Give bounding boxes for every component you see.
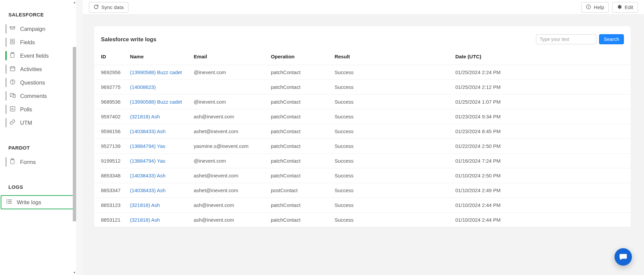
- sync-data-button[interactable]: Sync data: [89, 2, 128, 13]
- cell-date: 01/25/2024 2:24 PM: [450, 65, 631, 80]
- help-label: Help: [594, 4, 604, 10]
- cell-id: 8853348: [94, 168, 125, 183]
- col-operation: Operation: [266, 50, 330, 65]
- row-name-link[interactable]: (14038433) Ash: [130, 187, 165, 193]
- scroll-up-icon[interactable]: ▲: [73, 1, 76, 4]
- row-name-link[interactable]: (14038433) Ash: [130, 128, 165, 134]
- cell-result: Success: [330, 183, 450, 198]
- sidebar-item-questions[interactable]: Questions: [0, 76, 76, 89]
- svg-rect-13: [8, 201, 12, 202]
- cell-name: (13990588) Buzz cadet: [125, 65, 189, 80]
- cell-operation: patchContact: [266, 95, 330, 109]
- sidebar-item-forms[interactable]: Forms: [0, 155, 76, 169]
- cell-operation: patchContact: [266, 168, 330, 183]
- cell-id: 9692956: [94, 65, 125, 80]
- chat-fab[interactable]: [614, 248, 632, 266]
- row-name-link[interactable]: (13884794) Yas: [130, 158, 165, 164]
- col-result: Result: [330, 50, 450, 65]
- col-name: Name: [125, 50, 189, 65]
- help-button[interactable]: ? Help: [581, 2, 609, 13]
- table-row: 8853347(14038433) Ashashet@inevent.compo…: [94, 183, 631, 198]
- sidebar: SALESFORCECampaignFieldsEvent fieldsActi…: [0, 0, 76, 275]
- edit-label: Edit: [625, 4, 633, 10]
- sidebar-item-label: Event fields: [20, 53, 49, 59]
- cell-email: ash@inevent.com: [189, 213, 266, 227]
- cell-email: ash@inevent.com: [189, 109, 266, 124]
- inbox-icon: [9, 26, 16, 32]
- search-button[interactable]: Search: [599, 34, 624, 44]
- sidebar-item-campaign[interactable]: Campaign: [0, 22, 76, 36]
- search-input[interactable]: [536, 34, 596, 44]
- cell-date: 01/25/2024 1:07 PM: [450, 95, 631, 109]
- sidebar-item-utm[interactable]: UTM: [0, 116, 76, 129]
- sidebar-item-activities[interactable]: Activities: [0, 62, 76, 76]
- sidebar-item-label: Questions: [20, 79, 45, 86]
- sync-data-label: Sync data: [101, 4, 124, 10]
- svg-text:?: ?: [588, 5, 589, 8]
- col-date: Date (UTC): [450, 50, 631, 65]
- col-email: Email: [189, 50, 266, 65]
- cell-result: Success: [330, 109, 450, 124]
- sidebar-item-polls[interactable]: Polls: [0, 103, 76, 116]
- cell-date: 01/25/2024 2:12 PM: [450, 80, 631, 95]
- cell-operation: patchContact: [266, 139, 330, 154]
- cell-name: (14038433) Ash: [125, 124, 189, 139]
- cell-date: 01/10/2024 2:50 PM: [450, 168, 631, 183]
- cell-date: 01/23/2024 9:34 PM: [450, 109, 631, 124]
- sidebar-item-comments[interactable]: Comments: [0, 89, 76, 103]
- cell-id: 9596156: [94, 124, 125, 139]
- cell-result: Success: [330, 124, 450, 139]
- scroll-down-icon[interactable]: ▼: [73, 271, 76, 274]
- cell-email: @inevent.com: [189, 65, 266, 80]
- row-name-link[interactable]: (13884794) Yas: [130, 143, 165, 149]
- logs-table: ID Name Email Operation Result Date (UTC…: [94, 50, 631, 227]
- sidebar-item-label: Campaign: [20, 26, 45, 32]
- cell-id: 8853123: [94, 198, 125, 213]
- table-row: 9689536(13990588) Buzz cadet@inevent.com…: [94, 95, 631, 109]
- edit-button[interactable]: Edit: [612, 2, 638, 13]
- topbar: Sync data ? Help Edit: [83, 0, 644, 15]
- cell-date: 01/10/2024 2:44 PM: [450, 198, 631, 213]
- cell-date: 01/10/2024 2:49 PM: [450, 183, 631, 198]
- cell-operation: patchContact: [266, 154, 330, 168]
- scroll-thumb[interactable]: [73, 47, 76, 221]
- sidebar-section-label: SALESFORCE: [0, 8, 76, 22]
- sidebar-item-fields[interactable]: Fields: [0, 36, 76, 49]
- sidebar-scrollbar[interactable]: ▲ ▼: [73, 0, 76, 275]
- row-name-link[interactable]: (321818) Ash: [130, 114, 160, 119]
- sidebar-item-label: Polls: [20, 106, 32, 113]
- cell-result: Success: [330, 139, 450, 154]
- chat-icon: [619, 253, 628, 261]
- cell-operation: patchContact: [266, 109, 330, 124]
- cell-result: Success: [330, 80, 450, 95]
- cell-result: Success: [330, 198, 450, 213]
- cell-email: @inevent.com: [189, 154, 266, 168]
- sidebar-item-write-logs[interactable]: Write logs: [1, 195, 75, 209]
- row-name-link[interactable]: (321818) Ash: [130, 202, 160, 208]
- svg-point-1: [12, 40, 13, 42]
- row-name-link[interactable]: (14038433) Ash: [130, 173, 165, 178]
- svg-point-10: [6, 200, 7, 201]
- table-row: 8853121(321818) Ashash@inevent.compatchC…: [94, 213, 631, 227]
- row-name-link[interactable]: (13990588) Buzz cadet: [130, 99, 182, 105]
- question-circle-icon: ?: [586, 4, 591, 10]
- svg-point-6: [12, 83, 12, 83]
- sidebar-item-label: Forms: [20, 159, 36, 165]
- table-row: 9597402(321818) Ashash@inevent.compatchC…: [94, 109, 631, 124]
- cell-name: (321818) Ash: [125, 109, 189, 124]
- cell-name: (13884794) Yas: [125, 154, 189, 168]
- cell-name: (13990588) Buzz cadet: [125, 95, 189, 109]
- row-name-link[interactable]: (321818) Ash: [130, 217, 160, 223]
- main-area: Sync data ? Help Edit: [83, 0, 644, 275]
- cell-operation: patchContact: [266, 198, 330, 213]
- cell-operation: patchContact: [266, 213, 330, 227]
- cell-date: 01/10/2024 2:44 PM: [450, 213, 631, 227]
- question-icon: [9, 79, 16, 86]
- row-name-link[interactable]: (13990588) Buzz cadet: [130, 69, 182, 75]
- row-name-link[interactable]: (14008623): [130, 84, 156, 90]
- chart-icon: [9, 106, 16, 113]
- sidebar-item-event-fields[interactable]: Event fields: [0, 49, 76, 62]
- col-id: ID: [94, 50, 125, 65]
- cell-operation: patchContact: [266, 124, 330, 139]
- table-row: 9527139(13884794) Yasyasmine.s@inevent.c…: [94, 139, 631, 154]
